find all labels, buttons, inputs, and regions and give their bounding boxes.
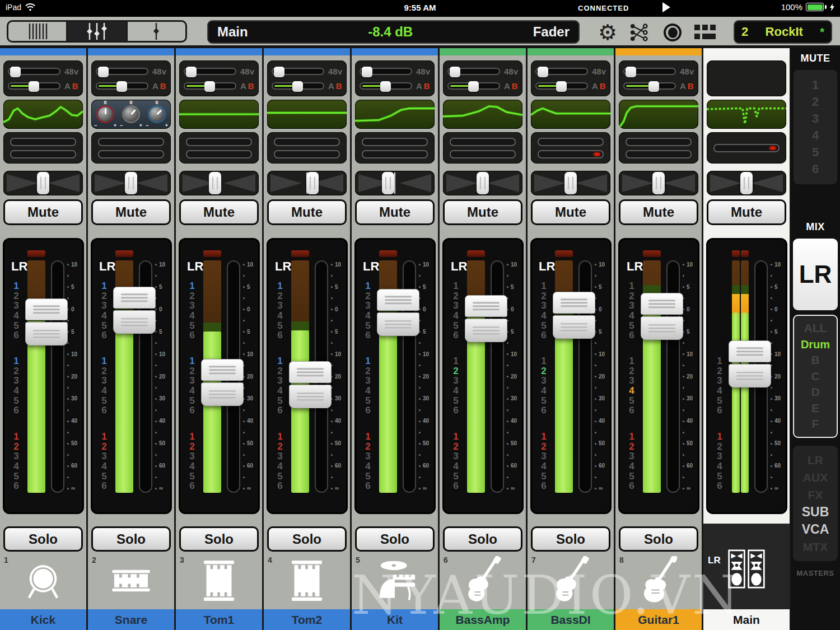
solo-button[interactable]: Solo xyxy=(179,526,259,552)
assign-group-block[interactable]: 123456 xyxy=(536,432,551,491)
pan-thumb[interactable] xyxy=(125,172,137,194)
dynamics-meters-panel[interactable] xyxy=(443,132,522,164)
channel-name[interactable]: Kit xyxy=(352,609,438,630)
assign-group-block[interactable]: 123456 xyxy=(449,432,463,491)
solo-button[interactable]: Solo xyxy=(3,526,83,552)
masters-item-mtx[interactable]: MTX xyxy=(793,538,838,556)
pan-control[interactable] xyxy=(91,171,171,195)
pan-thumb[interactable] xyxy=(477,172,489,194)
pan-thumb[interactable] xyxy=(564,172,577,194)
solo-button[interactable]: Solo xyxy=(619,526,698,552)
assign-group-block[interactable]: 123456 xyxy=(624,281,639,340)
phantom-power-slider[interactable] xyxy=(623,68,676,75)
pan-thumb[interactable] xyxy=(740,172,753,194)
channel-name[interactable]: Kick xyxy=(0,609,86,630)
assign-group-block[interactable]: 123456 xyxy=(97,356,111,416)
eq-curve-display[interactable] xyxy=(531,100,610,129)
pan-control[interactable] xyxy=(3,171,83,195)
solo-button[interactable]: Solo xyxy=(91,526,171,552)
mute-button[interactable]: Mute xyxy=(179,199,259,225)
mute-button[interactable]: Mute xyxy=(619,199,698,225)
masters-item-vca[interactable]: VCA xyxy=(793,521,838,538)
assign-group-block[interactable]: 123456 xyxy=(9,281,24,340)
pan-thumb[interactable] xyxy=(306,172,319,194)
mute-group-4[interactable]: 4 xyxy=(794,127,837,144)
assign-group-block[interactable]: 123456 xyxy=(185,281,199,340)
phantom-power-slider[interactable] xyxy=(96,68,148,75)
dynamics-meters-panel[interactable] xyxy=(3,132,83,164)
dynamics-meters-panel[interactable] xyxy=(707,132,786,164)
assign-group-block[interactable]: 123456 xyxy=(536,281,551,340)
assign-group-block[interactable]: 123456 xyxy=(273,356,287,416)
fader-cap[interactable] xyxy=(201,359,244,406)
eq-curve-display[interactable] xyxy=(179,100,259,129)
assign-group-block[interactable]: 123456 xyxy=(9,356,24,416)
channel-name[interactable]: Main xyxy=(703,609,790,630)
gain-slider[interactable] xyxy=(96,82,148,90)
view-group-drum[interactable]: Drum xyxy=(794,337,837,353)
fader-cap[interactable] xyxy=(289,361,332,408)
solo-button[interactable]: Solo xyxy=(267,526,347,552)
settings-button[interactable]: ⚙ xyxy=(595,20,620,45)
mute-group-5[interactable]: 5 xyxy=(794,144,837,161)
mute-button[interactable]: Mute xyxy=(91,199,171,225)
gain-slider[interactable] xyxy=(360,82,412,90)
assign-group-block[interactable]: 123456 xyxy=(273,281,287,340)
gain-slider[interactable] xyxy=(184,82,236,90)
pan-thumb[interactable] xyxy=(652,172,665,194)
quick-access-button[interactable] xyxy=(692,20,718,45)
routing-button[interactable] xyxy=(626,20,652,45)
pan-thumb[interactable] xyxy=(382,172,394,194)
phantom-power-slider[interactable] xyxy=(535,68,588,75)
assign-group-block[interactable]: 123456 xyxy=(361,281,375,340)
assign-group-block[interactable]: 123456 xyxy=(185,432,199,491)
single-channel-view-button[interactable] xyxy=(128,22,185,41)
gain-slider[interactable] xyxy=(447,82,500,90)
pan-control[interactable] xyxy=(179,171,259,195)
fader-cap[interactable] xyxy=(553,292,595,339)
assign-group-block[interactable]: 123456 xyxy=(536,356,551,416)
dynamics-meters-panel[interactable] xyxy=(91,132,171,164)
assign-group-block[interactable]: 123456 xyxy=(449,281,463,340)
phantom-power-slider[interactable] xyxy=(447,68,500,75)
eq-curve-display[interactable] xyxy=(267,100,347,129)
assign-group-block[interactable]: 123456 xyxy=(185,356,199,416)
gain-slider[interactable] xyxy=(272,82,324,90)
assign-group-block[interactable]: 123456 xyxy=(624,432,639,491)
assign-group-block[interactable]: 123456 xyxy=(449,356,463,416)
selected-channel-display[interactable]: Main -8.4 dB Fader xyxy=(207,20,580,44)
solo-button[interactable]: Solo xyxy=(443,526,522,552)
dynamics-meters-panel[interactable] xyxy=(267,132,347,164)
channel-name[interactable]: Snare xyxy=(88,609,174,630)
view-group-all[interactable]: ALL xyxy=(794,320,837,337)
eq-curve-display[interactable] xyxy=(619,100,698,129)
dynamics-knob[interactable]: 0 −+ xyxy=(120,101,142,127)
mute-button[interactable]: Mute xyxy=(267,199,347,225)
view-group-d[interactable]: D xyxy=(794,384,837,400)
channel-name[interactable]: Tom1 xyxy=(176,609,262,630)
view-group-c[interactable]: C xyxy=(794,368,837,385)
mute-group-2[interactable]: 2 xyxy=(794,94,837,110)
phantom-power-slider[interactable] xyxy=(272,68,324,75)
dynamics-meters-panel[interactable] xyxy=(531,132,610,164)
masters-item-aux[interactable]: AUX xyxy=(793,469,838,486)
view-group-b[interactable]: B xyxy=(794,352,837,368)
solo-button[interactable]: Solo xyxy=(531,526,610,552)
pan-control[interactable] xyxy=(619,171,698,195)
masters-item-sub[interactable]: SUB xyxy=(793,503,838,521)
mute-button[interactable]: Mute xyxy=(355,199,435,225)
masters-item-fx[interactable]: FX xyxy=(793,486,838,503)
fader-cap[interactable] xyxy=(465,295,507,342)
dynamics-meters-panel[interactable] xyxy=(619,132,698,164)
dynamics-knob[interactable]: 0 −+ xyxy=(146,101,168,127)
assign-group-block[interactable]: 123456 xyxy=(712,356,727,416)
channel-name[interactable]: BassAmp xyxy=(440,609,526,630)
fader-cap[interactable] xyxy=(113,287,156,334)
assign-group-block[interactable]: 123456 xyxy=(9,432,24,491)
view-group-e[interactable]: E xyxy=(794,400,837,417)
assign-group-block[interactable]: 123456 xyxy=(624,356,639,416)
assign-group-block[interactable]: 123456 xyxy=(361,432,375,491)
mute-group-1[interactable]: 1 xyxy=(794,77,837,94)
show-display[interactable]: 2 RockIt * xyxy=(734,20,832,44)
mute-group-3[interactable]: 3 xyxy=(794,110,837,127)
